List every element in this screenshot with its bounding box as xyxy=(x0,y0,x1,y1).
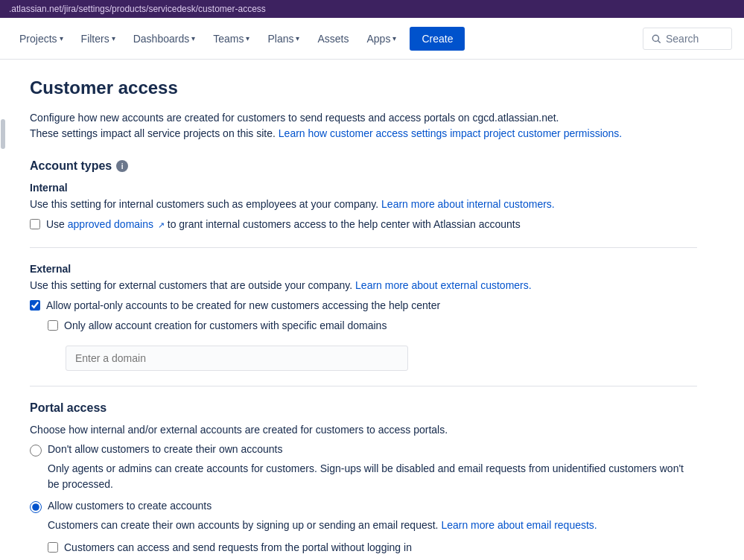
page-description: Configure how new accounts are created f… xyxy=(30,110,697,141)
portal-no-login-checkbox-row: Customers can access and send requests f… xyxy=(48,541,697,556)
account-types-heading: Account types i xyxy=(30,159,697,173)
portal-access-heading: Portal access xyxy=(30,401,697,415)
domain-input[interactable] xyxy=(66,346,408,371)
external-heading: External xyxy=(30,263,697,275)
url-text: .atlassian.net/jira/settings/products/se… xyxy=(9,4,266,14)
projects-chevron-icon: ▾ xyxy=(60,34,63,42)
approved-domains-link[interactable]: approved domains ↗ xyxy=(68,218,165,230)
dont-allow-description: Only agents or admins can create account… xyxy=(48,461,697,492)
apps-chevron-icon: ▾ xyxy=(392,34,396,42)
portal-no-login-checkbox[interactable] xyxy=(48,542,58,553)
nav-dashboards[interactable]: Dashboards ▾ xyxy=(126,27,203,51)
nav-teams[interactable]: Teams ▾ xyxy=(206,27,257,51)
external-description: Use this setting for external customers … xyxy=(30,279,697,291)
nav-assets[interactable]: Assets xyxy=(310,27,356,51)
internal-learn-link[interactable]: Learn more about internal customers. xyxy=(381,198,555,210)
internal-heading: Internal xyxy=(30,182,697,194)
description-line1: Configure how new accounts are created f… xyxy=(30,110,697,126)
top-navigation: Projects ▾ Filters ▾ Dashboards ▾ Teams … xyxy=(0,18,744,60)
allow-customers-description: Customers can create their own accounts … xyxy=(48,518,697,533)
nav-plans[interactable]: Plans ▾ xyxy=(260,27,307,51)
scrollbar-thumb[interactable] xyxy=(1,119,5,149)
portal-no-login-label[interactable]: Customers can access and send requests f… xyxy=(64,541,412,556)
only-allow-label[interactable]: Only allow account creation for customer… xyxy=(64,319,387,334)
section-divider-2 xyxy=(30,386,697,386)
allow-customers-radio-row: Allow customers to create accounts xyxy=(30,500,697,513)
teams-chevron-icon: ▾ xyxy=(246,34,249,42)
only-allow-checkbox[interactable] xyxy=(48,320,58,331)
search-icon xyxy=(651,34,661,44)
account-types-info-icon[interactable]: i xyxy=(116,160,128,172)
allow-customers-radio[interactable] xyxy=(30,501,42,513)
internal-approved-domains-checkbox[interactable] xyxy=(30,219,40,229)
allow-portal-checkbox-row: Allow portal-only accounts to be created… xyxy=(30,299,697,314)
allow-customers-radio-label[interactable]: Allow customers to create accounts xyxy=(48,500,212,512)
nav-apps[interactable]: Apps ▾ xyxy=(359,27,404,51)
search-label: Search xyxy=(666,33,699,45)
description-line2: These settings impact all service projec… xyxy=(30,126,697,141)
create-button[interactable]: Create xyxy=(410,27,465,51)
internal-description: Use this setting for internal customers … xyxy=(30,198,697,210)
external-link-icon: ↗ xyxy=(158,220,165,231)
dont-allow-radio[interactable] xyxy=(30,445,42,456)
nav-projects[interactable]: Projects ▾ xyxy=(12,27,71,51)
portal-access-description: Choose how internal and/or external acco… xyxy=(30,424,697,436)
page-title: Customer access xyxy=(30,77,697,98)
dashboards-chevron-icon: ▾ xyxy=(191,34,195,42)
plans-chevron-icon: ▾ xyxy=(296,34,299,42)
only-allow-checkbox-row: Only allow account creation for customer… xyxy=(48,319,697,334)
scrollbar-track[interactable] xyxy=(0,60,6,560)
section-divider-1 xyxy=(30,247,697,248)
filters-chevron-icon: ▾ xyxy=(112,34,115,42)
internal-checkbox-label[interactable]: Use approved domains ↗ to grant internal… xyxy=(46,217,521,232)
nav-filters[interactable]: Filters ▾ xyxy=(74,27,123,51)
dont-allow-radio-row: Don't allow customers to create their ow… xyxy=(30,443,697,456)
learn-permissions-link[interactable]: Learn how customer access settings impac… xyxy=(279,127,622,139)
allow-portal-checkbox[interactable] xyxy=(30,300,40,311)
dont-allow-radio-label[interactable]: Don't allow customers to create their ow… xyxy=(48,443,283,455)
url-bar: .atlassian.net/jira/settings/products/se… xyxy=(0,0,744,18)
search-box[interactable]: Search xyxy=(643,28,732,50)
main-content: Customer access Configure how new accoun… xyxy=(6,60,721,560)
allow-portal-label[interactable]: Allow portal-only accounts to be created… xyxy=(46,299,440,314)
internal-checkbox-row: Use approved domains ↗ to grant internal… xyxy=(30,217,697,232)
external-learn-link[interactable]: Learn more about external customers. xyxy=(355,279,532,291)
email-requests-learn-link[interactable]: Learn more about email requests. xyxy=(441,519,597,531)
svg-line-1 xyxy=(658,40,661,42)
